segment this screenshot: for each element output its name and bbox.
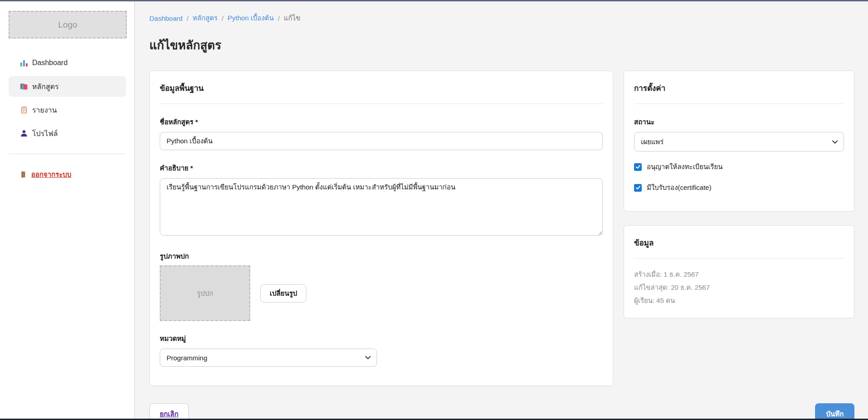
status-select[interactable]: เผยแพร่: [634, 132, 844, 151]
bar-chart-icon: [20, 59, 28, 67]
person-icon: [20, 129, 28, 137]
allow-enrollment-label: อนุญาตให้ลงทะเบียนเรียน: [647, 161, 723, 172]
sidebar-item-profile[interactable]: โปรไฟล์: [9, 123, 126, 144]
breadcrumb-separator: /: [222, 14, 224, 22]
card-divider: [160, 104, 603, 104]
info-card: ข้อมูล สร้างเมื่อ: 1 ธ.ค. 2567 แก้ไขล่าส…: [624, 225, 854, 318]
logout-label: ออกจากระบบ: [31, 169, 72, 180]
category-label: หมวดหมู่: [160, 333, 603, 344]
status-select-wrap: เผยแพร่: [634, 132, 844, 151]
certificate-label: มีใบรับรอง(certificate): [647, 182, 711, 193]
page-title: แก้ไขหลักสูตร: [149, 36, 854, 54]
sidebar-divider: [9, 154, 125, 154]
created-date-text: สร้างเมื่อ: 1 ธ.ค. 2567: [634, 269, 844, 279]
breadcrumb-separator: /: [186, 14, 188, 22]
sidebar-item-dashboard[interactable]: Dashboard: [9, 52, 126, 73]
app-window: Logo Dashboard: [0, 0, 868, 420]
content-columns: ข้อมูลพื้นฐาน ชื่อหลักสูตร * คำอธิบาย * …: [149, 71, 854, 386]
learner-count-text: ผู้เรียน: 45 คน: [634, 296, 844, 306]
door-icon: [20, 171, 27, 178]
cover-image-row: รูปปก เปลี่ยนรูป: [160, 265, 603, 321]
category-select-wrap: Programming: [160, 349, 377, 367]
course-name-input[interactable]: [160, 132, 603, 150]
main-content: Dashboard / หลักสูตร / Python เบื้องต้น …: [135, 1, 868, 419]
description-label: คำอธิบาย *: [160, 163, 603, 174]
certificate-checkbox-row[interactable]: มีใบรับรอง(certificate): [634, 182, 844, 193]
updated-date-text: แก้ไขล่าสุด: 20 ธ.ค. 2567: [634, 283, 844, 293]
cancel-button[interactable]: ยกเลิก: [149, 403, 189, 419]
form-actions: ยกเลิก บันทึก: [149, 403, 854, 419]
sidebar-item-courses[interactable]: หลักสูตร: [9, 76, 126, 97]
info-card-title: ข้อมูล: [634, 236, 844, 249]
sidebar-item-label: หลักสูตร: [32, 81, 59, 92]
breadcrumb-current: แก้ไข: [284, 13, 300, 24]
breadcrumb-link-course[interactable]: Python เบื้องต้น: [228, 13, 274, 24]
sidebar-item-reports[interactable]: รายงาน: [9, 99, 126, 120]
description-textarea[interactable]: เรียนรู้พื้นฐานการเขียนโปรแกรมด้วยภาษา P…: [160, 178, 603, 236]
sidebar-item-label: รายงาน: [32, 104, 57, 116]
breadcrumb: Dashboard / หลักสูตร / Python เบื้องต้น …: [149, 13, 854, 24]
category-select[interactable]: Programming: [160, 349, 377, 367]
allow-enrollment-checkbox-row[interactable]: อนุญาตให้ลงทะเบียนเรียน: [634, 161, 844, 172]
logo-placeholder: Logo: [9, 11, 127, 38]
breadcrumb-link-dashboard[interactable]: Dashboard: [149, 14, 182, 22]
breadcrumb-separator: /: [278, 14, 280, 22]
checkbox-checked-icon[interactable]: [634, 163, 642, 171]
books-icon: [20, 82, 28, 90]
basic-info-card: ข้อมูลพื้นฐาน ชื่อหลักสูตร * คำอธิบาย * …: [149, 71, 613, 386]
logout-link[interactable]: ออกจากระบบ: [9, 169, 126, 180]
settings-card: การตั้งค่า สถานะ เผยแพร่: [624, 71, 854, 212]
cover-image-placeholder: รูปปก: [160, 265, 250, 321]
breadcrumb-link-courses[interactable]: หลักสูตร: [193, 13, 218, 24]
cover-image-label: รูปภาพปก: [160, 251, 603, 262]
sidebar: Logo Dashboard: [0, 1, 135, 419]
sidebar-item-label: Dashboard: [32, 59, 67, 67]
sidebar-menu: Dashboard หลักสูตร: [9, 52, 126, 144]
status-label: สถานะ: [634, 117, 844, 127]
course-name-label: ชื่อหลักสูตร *: [160, 117, 603, 127]
card-divider: [634, 258, 844, 259]
right-column: การตั้งค่า สถานะ เผยแพร่: [624, 71, 854, 318]
save-button[interactable]: บันทึก: [815, 403, 854, 419]
card-divider: [634, 104, 844, 104]
settings-card-title: การตั้งค่า: [634, 82, 844, 94]
change-image-button[interactable]: เปลี่ยนรูป: [260, 284, 306, 302]
clipboard-icon: [20, 106, 28, 114]
sidebar-item-label: โปรไฟล์: [32, 128, 58, 139]
basic-info-card-title: ข้อมูลพื้นฐาน: [160, 82, 603, 94]
checkbox-checked-icon[interactable]: [634, 184, 642, 192]
